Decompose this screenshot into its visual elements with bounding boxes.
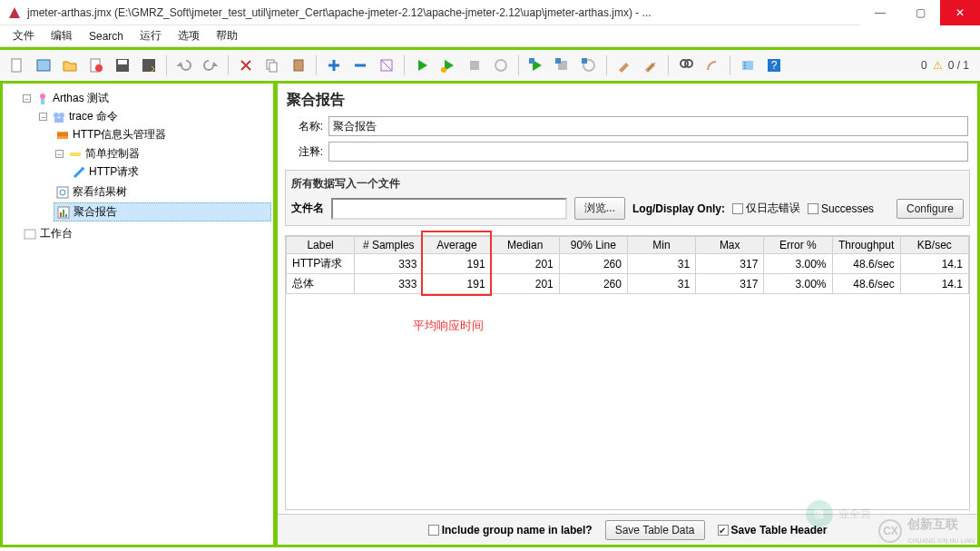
svg-point-3	[95, 64, 103, 72]
comment-field[interactable]	[328, 142, 968, 162]
col-min[interactable]: Min	[627, 237, 695, 254]
svg-rect-18	[582, 58, 587, 64]
start-no-timers-button[interactable]	[436, 54, 460, 77]
toolbar: ? 0 ⚠ 0 / 1	[0, 47, 980, 84]
svg-point-27	[59, 113, 64, 118]
menu-search[interactable]: Search	[82, 28, 131, 44]
table-row[interactable]: HTTP请求 333 191 201 260 31 317 3.00% 48.6…	[287, 254, 969, 274]
include-group-checkbox[interactable]: Include group name in label?	[428, 524, 593, 536]
menu-file[interactable]: 文件	[5, 26, 42, 45]
clear-button[interactable]	[612, 54, 636, 77]
filename-field[interactable]	[331, 198, 567, 220]
titlebar: jmeter-arthas.jmx (E:\GMRZ_Soft\jmeter_t…	[0, 0, 980, 25]
browse-button[interactable]: 浏览...	[574, 197, 625, 220]
remote-start-button[interactable]	[524, 54, 548, 77]
toggle-button[interactable]	[375, 54, 398, 77]
save-table-button[interactable]: Save Table Data	[605, 520, 705, 540]
col-kbsec[interactable]: KB/sec	[900, 237, 968, 254]
svg-rect-21	[742, 61, 753, 70]
paste-button[interactable]	[287, 54, 310, 77]
menu-options[interactable]: 选项	[171, 26, 207, 45]
col-label[interactable]: Label	[287, 237, 355, 254]
menubar: 文件 编辑 Search 运行 选项 帮助	[0, 25, 980, 47]
errors-only-checkbox[interactable]: 仅日志错误	[732, 201, 800, 216]
status-left: 0	[921, 59, 927, 72]
configure-button[interactable]: Configure	[897, 199, 964, 219]
test-plan-tree[interactable]: –Arthas 测试 –trace 命令 HTTP信息头管理器 –简单控制器 H…	[3, 84, 275, 545]
search-button[interactable]	[674, 54, 698, 77]
svg-rect-0	[12, 59, 21, 72]
tree-http-request[interactable]: HTTP请求	[70, 163, 271, 181]
svg-text:?: ?	[771, 59, 778, 72]
col-error[interactable]: Error %	[764, 237, 832, 254]
close-file-button[interactable]	[84, 54, 108, 77]
stop-button[interactable]	[463, 54, 486, 77]
svg-point-26	[54, 113, 59, 118]
table-row[interactable]: 总体 333 191 201 260 31 317 3.00% 48.6/sec…	[287, 274, 969, 294]
maximize-button[interactable]: ▢	[900, 0, 940, 25]
svg-rect-5	[118, 60, 127, 64]
status-right: 0 / 1	[948, 59, 969, 72]
svg-rect-8	[270, 63, 277, 72]
window-title: jmeter-arthas.jmx (E:\GMRZ_Soft\jmeter_t…	[27, 6, 860, 19]
warn-icon: ⚠	[933, 59, 943, 72]
minimize-button[interactable]: —	[860, 0, 900, 25]
bottom-bar: Include group name in label? Save Table …	[278, 514, 977, 545]
col-p90[interactable]: 90% Line	[559, 237, 627, 254]
col-average[interactable]: Average	[423, 237, 491, 254]
col-throughput[interactable]: Throughput	[832, 237, 900, 254]
svg-rect-30	[70, 153, 81, 156]
tree-simple-controller[interactable]: –简单控制器	[54, 145, 271, 162]
save-button[interactable]	[111, 54, 134, 77]
menu-edit[interactable]: 编辑	[44, 26, 80, 45]
new-button[interactable]	[5, 54, 29, 77]
svg-point-13	[495, 60, 506, 71]
col-max[interactable]: Max	[696, 237, 764, 254]
reset-search-button[interactable]	[701, 54, 724, 77]
close-button[interactable]: ✕	[940, 0, 980, 25]
remove-button[interactable]	[348, 54, 372, 77]
toolbar-status: 0 ⚠ 0 / 1	[921, 59, 975, 72]
svg-rect-14	[529, 58, 534, 64]
app-icon	[7, 5, 22, 20]
svg-rect-35	[63, 210, 64, 217]
tree-header-manager[interactable]: HTTP信息头管理器	[54, 126, 271, 143]
shutdown-button[interactable]	[489, 54, 513, 77]
svg-point-24	[40, 93, 45, 99]
open-button[interactable]	[58, 54, 82, 77]
add-button[interactable]	[322, 54, 346, 77]
clear-all-button[interactable]	[639, 54, 662, 77]
remote-shutdown-button[interactable]	[577, 54, 601, 77]
col-samples[interactable]: # Samples	[355, 237, 423, 254]
menu-run[interactable]: 运行	[132, 26, 169, 45]
logdisplay-label: Log/Display Only:	[632, 202, 725, 215]
save-as-button[interactable]	[137, 54, 161, 77]
cut-button[interactable]	[234, 54, 258, 77]
copy-button[interactable]	[260, 54, 284, 77]
templates-button[interactable]	[32, 54, 55, 77]
menu-help[interactable]: 帮助	[209, 26, 245, 45]
redo-button[interactable]	[199, 54, 222, 77]
svg-point-11	[441, 67, 446, 73]
watermark: CX 创新互联CHUANG XIN HU LIAN	[878, 517, 975, 546]
comment-label: 注释:	[287, 144, 323, 160]
name-field[interactable]	[328, 116, 968, 136]
undo-button[interactable]	[172, 54, 196, 77]
fs-legend: 所有数据写入一个文件	[291, 176, 964, 192]
remote-stop-button[interactable]	[551, 54, 574, 77]
start-button[interactable]	[410, 54, 434, 77]
col-median[interactable]: Median	[491, 237, 559, 254]
tree-test-plan[interactable]: –Arthas 测试	[21, 90, 271, 107]
svg-rect-36	[65, 214, 67, 217]
svg-rect-1	[37, 60, 50, 71]
tree-aggregate-report[interactable]: 聚合报告	[54, 202, 271, 221]
tree-workbench[interactable]: 工作台	[21, 225, 271, 242]
svg-rect-28	[54, 118, 64, 123]
svg-rect-9	[294, 60, 303, 71]
function-helper-button[interactable]	[736, 54, 760, 77]
tree-thread-group[interactable]: –trace 命令	[37, 108, 271, 125]
svg-rect-31	[57, 187, 68, 198]
tree-view-results-tree[interactable]: 察看结果树	[54, 183, 271, 201]
successes-checkbox[interactable]: Successes	[808, 202, 874, 215]
help-button[interactable]: ?	[762, 54, 786, 77]
